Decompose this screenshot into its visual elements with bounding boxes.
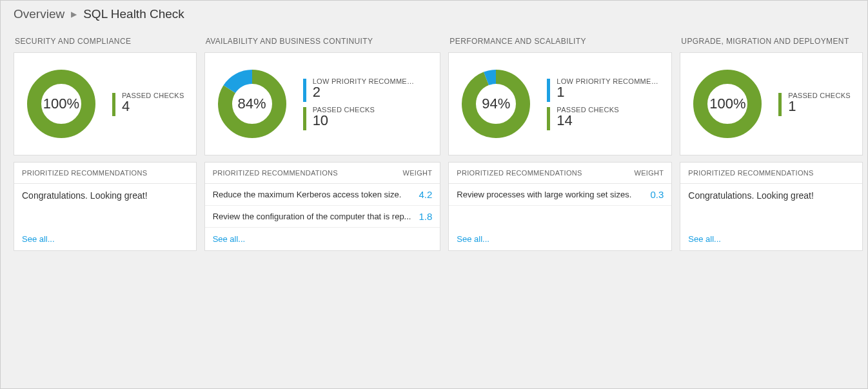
- category-title: AVAILABILITY AND BUSINESS CONTINUITY: [204, 33, 441, 52]
- metric-bar-icon: [303, 79, 306, 102]
- recommendation-row[interactable]: Review processes with large working set …: [449, 184, 671, 206]
- chevron-right-icon: ▶: [71, 10, 77, 19]
- recommendation-row[interactable]: Review the configuration of the computer…: [205, 206, 440, 228]
- summary-card[interactable]: 100% PASSED CHECKS 1: [680, 52, 863, 155]
- donut-percent-label: 94%: [460, 68, 531, 139]
- donut-chart: 84%: [217, 68, 288, 139]
- prioritized-header: PRIORITIZED RECOMMENDATIONS: [688, 169, 813, 177]
- breadcrumb-current: SQL Health Check: [83, 7, 184, 21]
- congrats-message: Congratulations. Looking great!: [680, 184, 862, 207]
- metrics-block: PASSED CHECKS 4: [112, 92, 184, 116]
- recommendations-list: Reduce the maximum Kerberos access token…: [205, 184, 440, 228]
- metrics-block: LOW PRIORITY RECOMMENDATIO... 2 PASSED C…: [303, 77, 416, 130]
- category-column: SECURITY AND COMPLIANCE 100% PASSED CHEC…: [14, 33, 197, 251]
- recommendations-list: Review processes with large working set …: [449, 184, 671, 228]
- category-column: UPGRADE, MIGRATION AND DEPLOYMENT 100% P…: [680, 33, 863, 251]
- metric-label: PASSED CHECKS: [788, 92, 851, 99]
- recommendation-weight: 4.2: [419, 189, 432, 200]
- see-all-link[interactable]: See all...: [205, 228, 440, 250]
- category-title: UPGRADE, MIGRATION AND DEPLOYMENT: [680, 33, 863, 52]
- app-frame: Overview ▶ SQL Health Check SECURITY AND…: [0, 0, 868, 389]
- recommendations-list: Congratulations. Looking great!: [14, 184, 196, 228]
- prioritized-header: PRIORITIZED RECOMMENDATIONS: [457, 169, 582, 177]
- metric-passed: PASSED CHECKS 14: [547, 106, 660, 130]
- metric-bar-icon: [778, 93, 782, 116]
- donut-percent-label: 84%: [217, 68, 288, 139]
- donut-percent-label: 100%: [692, 68, 763, 139]
- see-all-link[interactable]: See all...: [449, 228, 671, 250]
- breadcrumb-root[interactable]: Overview: [14, 7, 64, 21]
- congrats-message: Congratulations. Looking great!: [14, 184, 196, 207]
- recommendation-row[interactable]: Reduce the maximum Kerberos access token…: [205, 184, 440, 206]
- donut-chart: 100%: [692, 68, 763, 139]
- metric-bar-icon: [112, 93, 115, 116]
- donut-percent-label: 100%: [26, 68, 97, 139]
- recommendations-header: PRIORITIZED RECOMMENDATIONS: [14, 163, 196, 184]
- metric-passed: PASSED CHECKS 4: [112, 92, 184, 116]
- recommendations-card: PRIORITIZED RECOMMENDATIONS WEIGHT Revie…: [448, 162, 672, 251]
- metric-bar-icon: [303, 107, 306, 130]
- recommendation-weight: 0.3: [650, 189, 664, 200]
- metric-value: 1: [557, 85, 660, 99]
- metrics-block: LOW PRIORITY RECOMMENDATIO... 1 PASSED C…: [547, 77, 660, 130]
- summary-card[interactable]: 94% LOW PRIORITY RECOMMENDATIO... 1 PASS…: [448, 52, 672, 155]
- metric-label: PASSED CHECKS: [122, 92, 184, 99]
- metric-passed: PASSED CHECKS 10: [303, 106, 416, 130]
- donut-chart: 100%: [26, 68, 97, 139]
- cards-container: SECURITY AND COMPLIANCE 100% PASSED CHEC…: [1, 28, 867, 257]
- category-title: SECURITY AND COMPLIANCE: [14, 33, 197, 52]
- category-column: AVAILABILITY AND BUSINESS CONTINUITY 84%…: [204, 33, 441, 251]
- metric-label: LOW PRIORITY RECOMMENDATIO...: [557, 77, 660, 85]
- metrics-block: PASSED CHECKS 1: [778, 92, 851, 116]
- see-all-link[interactable]: See all...: [14, 228, 196, 250]
- recommendations-list: Congratulations. Looking great!: [680, 184, 862, 228]
- recommendations-header: PRIORITIZED RECOMMENDATIONS WEIGHT: [449, 163, 671, 184]
- metric-passed: PASSED CHECKS 1: [778, 92, 851, 116]
- weight-header: WEIGHT: [403, 169, 433, 177]
- weight-header: WEIGHT: [635, 169, 664, 177]
- recommendations-header: PRIORITIZED RECOMMENDATIONS: [680, 163, 862, 184]
- recommendations-card: PRIORITIZED RECOMMENDATIONS WEIGHT Reduc…: [204, 162, 441, 251]
- metric-value: 10: [313, 114, 375, 128]
- recommendation-weight: 1.8: [419, 211, 432, 222]
- summary-card[interactable]: 100% PASSED CHECKS 4: [14, 52, 197, 155]
- metric-value: 14: [557, 114, 619, 128]
- metric-label: LOW PRIORITY RECOMMENDATIO...: [313, 77, 416, 85]
- recommendations-header: PRIORITIZED RECOMMENDATIONS WEIGHT: [205, 163, 440, 184]
- donut-chart: 94%: [460, 68, 531, 139]
- prioritized-header: PRIORITIZED RECOMMENDATIONS: [213, 169, 338, 177]
- summary-card[interactable]: 84% LOW PRIORITY RECOMMENDATIO... 2 PASS…: [204, 52, 441, 155]
- breadcrumb: Overview ▶ SQL Health Check: [1, 1, 867, 28]
- metric-bar-icon: [547, 107, 550, 130]
- recommendation-text: Review processes with large working set …: [457, 190, 642, 199]
- recommendation-text: Review the configuration of the computer…: [213, 212, 411, 221]
- category-title: PERFORMANCE AND SCALABILITY: [448, 33, 672, 52]
- metric-low: LOW PRIORITY RECOMMENDATIO... 2: [303, 77, 416, 102]
- category-column: PERFORMANCE AND SCALABILITY 94% LOW PRIO…: [448, 33, 672, 251]
- metric-value: 4: [122, 99, 184, 114]
- metric-value: 2: [313, 85, 416, 99]
- prioritized-header: PRIORITIZED RECOMMENDATIONS: [22, 169, 147, 177]
- recommendations-card: PRIORITIZED RECOMMENDATIONS Congratulati…: [14, 162, 197, 251]
- recommendations-card: PRIORITIZED RECOMMENDATIONS Congratulati…: [680, 162, 863, 251]
- recommendation-text: Reduce the maximum Kerberos access token…: [213, 190, 411, 199]
- metric-bar-icon: [547, 79, 550, 102]
- metric-low: LOW PRIORITY RECOMMENDATIO... 1: [547, 77, 660, 102]
- see-all-link[interactable]: See all...: [680, 228, 862, 250]
- metric-value: 1: [788, 99, 851, 114]
